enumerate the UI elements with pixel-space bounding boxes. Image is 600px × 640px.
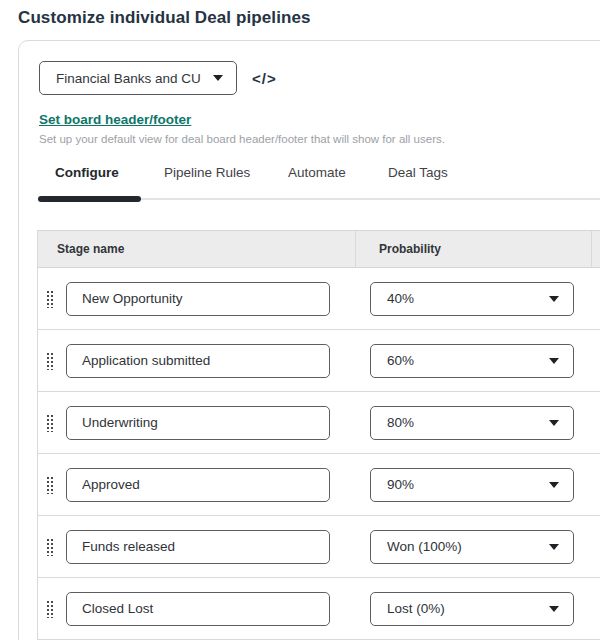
stage-table: Stage name Probability 40% 60% 80% xyxy=(37,230,600,640)
stage-row: 90% xyxy=(38,454,600,516)
probability-dropdown[interactable]: Lost (0%) xyxy=(370,592,574,626)
chevron-down-icon xyxy=(549,420,559,426)
tab-pipeline-rules[interactable]: Pipeline Rules xyxy=(164,165,250,180)
stage-row: Won (100%) xyxy=(38,516,600,578)
probability-dropdown[interactable]: 90% xyxy=(370,468,574,502)
drag-handle-icon[interactable] xyxy=(45,475,54,494)
probability-value: 60% xyxy=(387,353,414,368)
probability-value: 40% xyxy=(387,291,414,306)
stage-rows: 40% 60% 80% 90% Won (100%) xyxy=(38,268,600,640)
probability-value: Lost (0%) xyxy=(387,601,445,616)
chevron-down-icon xyxy=(213,75,223,81)
drag-handle-icon[interactable] xyxy=(45,537,54,556)
chevron-down-icon xyxy=(549,544,559,550)
probability-dropdown[interactable]: 80% xyxy=(370,406,574,440)
probability-value: Won (100%) xyxy=(387,539,462,554)
tab-bar-divider xyxy=(119,198,600,200)
table-header: Stage name Probability xyxy=(38,230,600,268)
stage-row: 40% xyxy=(38,268,600,330)
drag-handle-icon[interactable] xyxy=(45,599,54,618)
tab-automate[interactable]: Automate xyxy=(288,165,346,180)
stage-name-input[interactable] xyxy=(66,344,330,378)
set-board-header-footer-link[interactable]: Set board header/footer xyxy=(39,112,191,127)
stage-name-input[interactable] xyxy=(66,530,330,564)
chevron-down-icon xyxy=(549,482,559,488)
board-link-description: Set up your default view for deal board … xyxy=(39,133,445,145)
drag-handle-icon[interactable] xyxy=(45,351,54,370)
chevron-down-icon xyxy=(549,358,559,364)
stage-row: Lost (0%) xyxy=(38,578,600,640)
column-header-probability: Probability xyxy=(355,231,591,267)
active-tab-underline xyxy=(38,196,141,202)
probability-value: 80% xyxy=(387,415,414,430)
stage-name-input[interactable] xyxy=(66,406,330,440)
stage-name-input[interactable] xyxy=(66,468,330,502)
pipeline-select-value: Financial Banks and CU xyxy=(56,71,201,86)
column-header-stage-name: Stage name xyxy=(38,231,355,267)
tab-bar: Configure Pipeline Rules Automate Deal T… xyxy=(19,165,600,205)
probability-dropdown[interactable]: 60% xyxy=(370,344,574,378)
probability-dropdown[interactable]: Won (100%) xyxy=(370,530,574,564)
pipeline-settings-panel: Financial Banks and CU </> Set board hea… xyxy=(18,40,600,640)
probability-value: 90% xyxy=(387,477,414,492)
probability-dropdown[interactable]: 40% xyxy=(370,282,574,316)
stage-name-input[interactable] xyxy=(66,592,330,626)
column-header-extra xyxy=(591,231,600,267)
chevron-down-icon xyxy=(549,606,559,612)
stage-row: 80% xyxy=(38,392,600,454)
page-title: Customize individual Deal pipelines xyxy=(18,8,311,28)
code-icon[interactable]: </> xyxy=(252,70,277,87)
tab-deal-tags[interactable]: Deal Tags xyxy=(388,165,448,180)
stage-name-input[interactable] xyxy=(66,282,330,316)
chevron-down-icon xyxy=(549,296,559,302)
stage-row: 60% xyxy=(38,330,600,392)
pipeline-selector-row: Financial Banks and CU </> xyxy=(39,61,277,95)
pipeline-select-dropdown[interactable]: Financial Banks and CU xyxy=(39,61,237,95)
tab-configure[interactable]: Configure xyxy=(55,165,119,180)
drag-handle-icon[interactable] xyxy=(45,289,54,308)
drag-handle-icon[interactable] xyxy=(45,413,54,432)
